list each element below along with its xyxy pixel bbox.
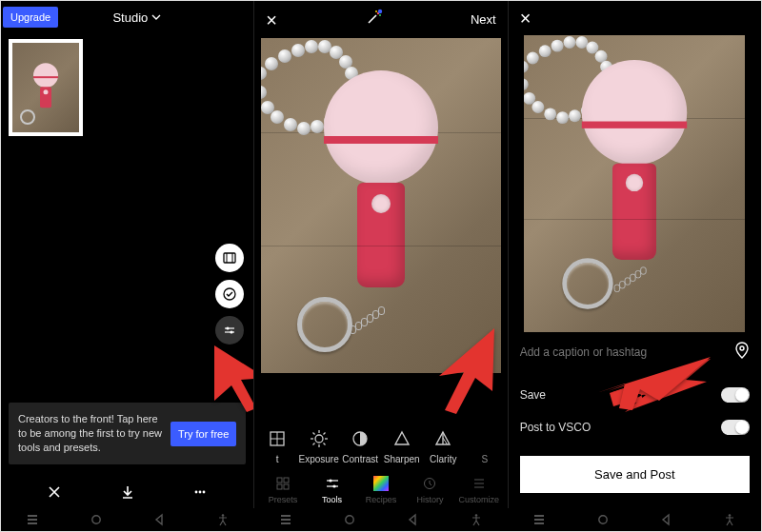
nav-home-icon[interactable] (90, 513, 103, 526)
svg-point-51 (92, 516, 100, 523)
svg-point-5 (227, 326, 230, 329)
nav-back-icon[interactable] (406, 513, 419, 526)
editor-canvas[interactable] (261, 38, 501, 373)
nav-home-icon[interactable] (596, 513, 610, 526)
clarity-icon (432, 428, 453, 449)
caption-row: Add a caption or hashtag (520, 342, 750, 362)
svg-rect-55 (281, 522, 291, 524)
location-pin-icon[interactable] (734, 342, 750, 362)
nav-recents-icon[interactable] (532, 513, 546, 526)
nav-back-icon[interactable] (152, 513, 166, 526)
svg-point-57 (474, 514, 477, 517)
download-icon[interactable] (119, 483, 136, 501)
presets-icon (274, 475, 291, 492)
close-icon[interactable]: × (266, 10, 277, 30)
svg-point-14 (375, 10, 377, 12)
svg-point-15 (378, 10, 382, 13)
promo-banner: Creators to the front! Tap here to be am… (9, 403, 246, 464)
tool-exposure[interactable]: Exposure (298, 428, 340, 464)
close-icon[interactable] (46, 483, 63, 501)
nav-recents-icon[interactable] (279, 513, 292, 526)
magic-wand-icon[interactable] (364, 9, 383, 30)
save-row: Save (520, 387, 750, 403)
tab-presets[interactable]: Presets (259, 475, 307, 504)
caption-input[interactable]: Add a caption or hashtag (520, 345, 647, 359)
history-icon (421, 475, 438, 492)
svg-point-42 (740, 346, 744, 350)
subject-keyring (563, 258, 613, 308)
nav-accessibility-icon[interactable] (216, 513, 230, 526)
svg-rect-29 (277, 478, 282, 483)
more-icon[interactable] (191, 483, 209, 501)
studio-dropdown[interactable]: Studio (112, 10, 161, 25)
editor-tabs: Presets Tools Recipes History Customize (254, 475, 507, 504)
svg-rect-0 (224, 253, 235, 263)
svg-rect-60 (534, 522, 544, 524)
tool-more[interactable]: S (464, 428, 506, 464)
sharpen-icon (391, 428, 412, 449)
svg-line-24 (312, 433, 314, 435)
effects-icon[interactable] (215, 280, 244, 308)
editor-top-bar: × Next (254, 1, 507, 38)
svg-line-27 (312, 443, 314, 445)
nav-home-icon[interactable] (343, 513, 356, 526)
svg-point-62 (728, 514, 731, 517)
side-buttons (215, 244, 244, 345)
customize-icon (471, 475, 488, 492)
svg-point-9 (199, 491, 202, 494)
subject-keyring (297, 297, 352, 352)
contrast-icon (350, 428, 371, 449)
tab-tools[interactable]: Tools (309, 475, 356, 504)
subject-chain (614, 268, 650, 295)
screens-row: Upgrade Studio (1, 1, 761, 510)
svg-point-7 (231, 330, 233, 333)
save-label: Save (520, 388, 546, 402)
recipes-icon (372, 475, 390, 492)
sliders-icon[interactable] (215, 316, 244, 345)
upgrade-button[interactable]: Upgrade (3, 7, 58, 28)
svg-rect-49 (28, 515, 37, 517)
tool-contrast[interactable]: Contrast (339, 428, 381, 464)
svg-rect-58 (534, 519, 544, 521)
svg-point-19 (315, 435, 323, 443)
tab-customize[interactable]: Customize (455, 475, 503, 504)
android-nav-bar (1, 508, 761, 531)
svg-point-3 (224, 288, 235, 300)
media-thumbnail[interactable] (9, 39, 83, 136)
nav-accessibility-icon[interactable] (470, 513, 483, 526)
subject-microphone (324, 70, 438, 287)
post-top-bar: × (509, 1, 761, 35)
svg-rect-31 (277, 484, 282, 489)
save-toggle[interactable] (721, 387, 750, 403)
tab-history[interactable]: History (406, 475, 453, 504)
screen-editor: × Next (253, 1, 507, 510)
film-icon[interactable] (215, 244, 244, 272)
svg-point-52 (221, 514, 224, 517)
post-preview (524, 35, 745, 332)
studio-top-bar: Upgrade Studio (1, 1, 253, 33)
svg-rect-48 (28, 519, 37, 521)
studio-bottom-bar (1, 483, 253, 501)
tool-clarity[interactable]: Clarity (423, 428, 465, 464)
svg-point-10 (203, 491, 206, 494)
tool-sharpen[interactable]: Sharpen (381, 428, 423, 464)
try-free-button[interactable]: Try for free (170, 422, 236, 446)
svg-point-36 (332, 484, 335, 487)
close-icon[interactable]: × (520, 9, 531, 28)
subject-chain (350, 308, 388, 337)
nav-back-icon[interactable] (659, 513, 672, 526)
tool-adjust[interactable]: t (256, 428, 298, 464)
svg-rect-53 (281, 519, 291, 521)
svg-point-34 (329, 479, 331, 482)
screen-post: × (508, 1, 761, 510)
svg-line-25 (323, 443, 325, 445)
post-vsco-toggle[interactable] (721, 420, 750, 435)
tab-recipes[interactable]: Recipes (357, 475, 405, 504)
nav-recents-icon[interactable] (26, 513, 39, 526)
tools-row: t Exposure Contrast Sharpen Clarity (254, 428, 507, 464)
svg-rect-54 (281, 515, 291, 517)
nav-accessibility-icon[interactable] (723, 513, 736, 526)
save-and-post-button[interactable]: Save and Post (520, 456, 750, 493)
next-button[interactable]: Next (471, 12, 496, 27)
svg-rect-30 (284, 478, 289, 483)
